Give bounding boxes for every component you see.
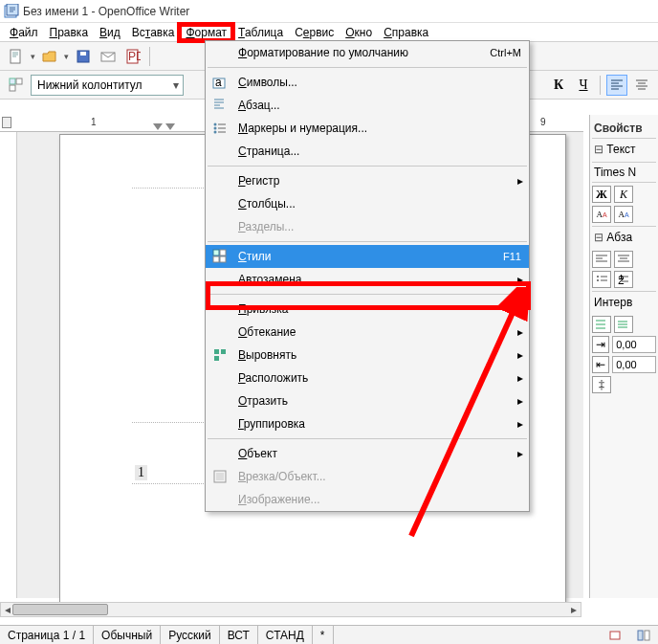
menu-item-стили[interactable]: СтилиF11	[206, 245, 529, 268]
svg-point-22	[214, 131, 217, 134]
indent-before-spinner[interactable]: 0,00	[612, 336, 656, 353]
status-layout-icon[interactable]	[629, 626, 658, 644]
menu-item-label: Столбцы...	[238, 197, 296, 211]
menu-item-расположить[interactable]: Расположить▸	[206, 366, 529, 389]
svg-text:a: a	[215, 76, 222, 89]
indent-top-icon[interactable]: ⇥	[592, 336, 609, 353]
font-grow-icon[interactable]: AA	[592, 206, 611, 223]
menu-edit[interactable]: Правка	[44, 25, 95, 40]
font-shrink-icon[interactable]: AA	[614, 206, 633, 223]
svg-rect-25	[213, 256, 219, 262]
menu-item-label: Группировка	[238, 417, 305, 431]
status-selection-mode[interactable]: СТАНД	[258, 626, 313, 644]
svg-rect-10	[10, 85, 15, 91]
menu-item-label: Форматирование по умолчанию	[238, 46, 408, 59]
menu-insert[interactable]: Вставка	[126, 25, 181, 40]
menu-item-выровнять[interactable]: Выровнять▸	[206, 344, 529, 366]
align-center-icon[interactable]	[631, 75, 652, 96]
menu-item-абзац-[interactable]: Абзац...	[206, 94, 529, 117]
svg-point-11	[597, 276, 599, 278]
svg-text:2: 2	[618, 275, 625, 284]
italic-button[interactable]: К	[614, 186, 633, 203]
svg-rect-24	[220, 250, 226, 255]
paragraph-style-select[interactable]: Нижний колонтитул	[31, 75, 184, 96]
menu-item-маркеры-и-нумерация-[interactable]: Маркеры и нумерация...	[206, 117, 529, 140]
svg-rect-4	[80, 52, 86, 56]
bold-button[interactable]: Ж	[592, 186, 611, 203]
menu-item-регистр[interactable]: Регистр▸	[206, 169, 529, 192]
svg-rect-31	[216, 473, 224, 480]
status-lang[interactable]: Русский	[161, 626, 220, 644]
menubar: Файл Правка Вид Вставка Формат Таблица С…	[0, 23, 658, 42]
menu-item-автозамена[interactable]: Автозамена▸	[206, 268, 529, 291]
menu-item-символы-[interactable]: aСимволы...	[206, 71, 529, 94]
menu-item-изображение-: Изображение...	[206, 488, 529, 511]
spacing-dec-icon[interactable]	[614, 316, 633, 333]
align-left-icon[interactable]	[606, 75, 627, 96]
menu-item-label: Символы...	[238, 76, 297, 89]
menu-item-label: Маркеры и нумерация...	[238, 122, 367, 135]
svg-rect-26	[220, 256, 226, 262]
menu-format[interactable]: Формат	[180, 25, 232, 40]
spacing-inc-icon[interactable]	[592, 316, 611, 333]
indent-bottom-icon[interactable]: ⇤	[592, 356, 609, 373]
para-align-center-icon[interactable]	[614, 251, 633, 268]
submenu-arrow-icon: ▸	[517, 273, 523, 286]
capitalize-icon[interactable]: Ч	[573, 75, 594, 96]
frame-icon	[211, 468, 229, 485]
submenu-arrow-icon: ▸	[517, 394, 523, 408]
menu-item-отразить[interactable]: Отразить▸	[206, 389, 529, 412]
font-name-select[interactable]: Times N	[592, 162, 656, 183]
para-icon	[211, 97, 229, 114]
status-insert-mode[interactable]: ВСТ	[220, 626, 258, 644]
menu-item-label: Изображение...	[238, 493, 320, 506]
scroll-right-icon[interactable]: ▸	[567, 603, 581, 616]
new-doc-icon[interactable]	[6, 46, 27, 67]
submenu-arrow-icon: ▸	[517, 417, 523, 431]
para-align-left-icon[interactable]	[592, 251, 611, 268]
status-style[interactable]: Обычный	[94, 626, 161, 644]
panel-section-text[interactable]: Текст	[606, 143, 635, 156]
panel-section-spacing: Интерв	[594, 296, 632, 309]
ruler-grip-icon[interactable]	[2, 117, 11, 128]
svg-rect-27	[214, 349, 219, 354]
properties-panel: Свойств ⊟ Текст Times N Ж К AA AA ⊟ Абза…	[589, 115, 658, 598]
svg-point-21	[214, 127, 217, 130]
titlebar: Без имени 1 - OpenOffice Writer	[0, 0, 658, 23]
styles-icon	[211, 248, 229, 265]
menu-tools[interactable]: Сервис	[289, 25, 340, 40]
menu-help[interactable]: Справка	[378, 25, 434, 40]
indent-after-spinner[interactable]: 0,00	[612, 356, 656, 373]
status-signature-icon[interactable]	[601, 626, 629, 644]
menu-item-страница-[interactable]: Страница...	[206, 140, 529, 163]
menu-item-label: Выровнять	[238, 348, 296, 362]
menu-item-обтекание[interactable]: Обтекание▸	[206, 321, 529, 344]
menu-window[interactable]: Окно	[340, 25, 378, 40]
pdf-icon[interactable]: PDF	[122, 46, 143, 67]
mail-icon[interactable]	[98, 46, 119, 67]
submenu-arrow-icon: ▸	[517, 302, 523, 316]
panel-section-para[interactable]: Абза	[606, 231, 632, 244]
menu-item-привязка[interactable]: Привязка▸	[206, 298, 529, 321]
bullet-list-icon[interactable]	[592, 271, 611, 288]
page-number-field[interactable]: 1	[135, 465, 147, 480]
menu-view[interactable]: Вид	[94, 25, 126, 40]
menu-item-группировка[interactable]: Группировка▸	[206, 412, 529, 435]
horizontal-scrollbar[interactable]: ◂ ▸	[0, 602, 581, 617]
number-list-icon[interactable]: 12	[614, 271, 633, 288]
line-spacing-icon[interactable]: ‡	[592, 376, 611, 393]
styles-window-icon[interactable]	[6, 75, 27, 96]
save-icon[interactable]	[73, 46, 94, 67]
ruler-number: 1	[91, 117, 97, 127]
vertical-ruler[interactable]	[0, 132, 17, 598]
menu-file[interactable]: Файл	[4, 25, 44, 40]
svg-rect-28	[221, 349, 226, 354]
open-icon[interactable]	[39, 46, 60, 67]
menu-item-объект[interactable]: Объект▸	[206, 442, 529, 465]
scrollbar-thumb[interactable]	[12, 604, 108, 615]
menu-item-столбцы-[interactable]: Столбцы...	[206, 192, 529, 215]
menu-item-форматирование-по-умолчанию[interactable]: Форматирование по умолчаниюCtrl+M	[206, 41, 529, 64]
svg-rect-29	[214, 356, 219, 361]
cyrillic-k-icon[interactable]: К	[548, 75, 569, 96]
menu-table[interactable]: Таблица	[232, 25, 289, 40]
